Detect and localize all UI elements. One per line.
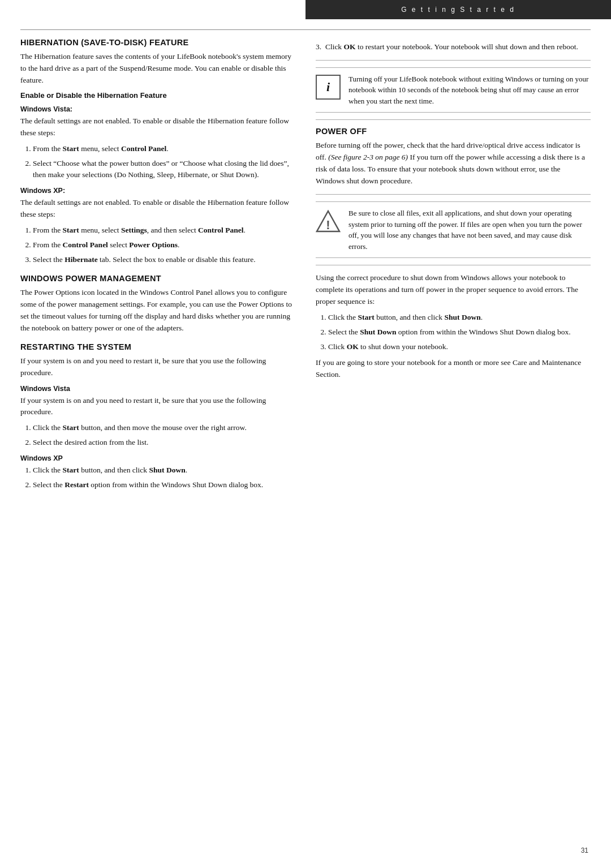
note-box: i Turning off your LifeBook notebook wit… bbox=[316, 67, 591, 113]
enable-disable-heading: Enable or Disable the Hibernation Featur… bbox=[20, 91, 295, 100]
restarting-text: If your system is on and you need to res… bbox=[20, 355, 295, 379]
list-item: Click the Start button, and then click S… bbox=[328, 312, 591, 324]
list-item: Select the Restart option from within th… bbox=[33, 479, 295, 491]
rule-1 bbox=[316, 60, 591, 61]
info-icon-letter: i bbox=[326, 80, 330, 94]
rule-2 bbox=[316, 119, 591, 120]
right-column: 3. Click OK to restart your notebook. Yo… bbox=[316, 38, 591, 495]
windows-power-title: WINDOWS POWER MANAGEMENT bbox=[20, 274, 295, 283]
restarting-section: RESTARTING THE SYSTEM If your system is … bbox=[20, 342, 295, 491]
windows-power-text: The Power Options icon located in the Wi… bbox=[20, 287, 295, 334]
xp-label: Windows XP: bbox=[20, 187, 295, 195]
hibernation-title: HIBERNATION (SAVE-TO-DISK) FEATURE bbox=[20, 38, 295, 47]
restart-vista-label: Windows Vista bbox=[20, 385, 295, 393]
vista-intro-text: The default settings are not enabled. To… bbox=[20, 115, 295, 139]
page-number: 31 bbox=[581, 846, 588, 854]
hibernation-section: HIBERNATION (SAVE-TO-DISK) FEATURE The H… bbox=[20, 38, 295, 266]
restarting-title: RESTARTING THE SYSTEM bbox=[20, 342, 295, 351]
list-item: From the Start menu, select Control Pane… bbox=[33, 143, 295, 155]
header-title: G e t t i n g S t a r t e d bbox=[401, 6, 515, 14]
hibernation-intro: The Hibernation feature saves the conten… bbox=[20, 51, 295, 87]
list-item: From the Start menu, select Settings, an… bbox=[33, 225, 295, 237]
list-item: Click OK to shut down your notebook. bbox=[328, 341, 591, 353]
svg-text:!: ! bbox=[326, 218, 330, 232]
top-rule bbox=[20, 29, 591, 30]
warning-icon: ! bbox=[316, 209, 341, 234]
power-off-text2: Using the correct procedure to shut down… bbox=[316, 272, 591, 308]
list-item: Click the Start button, and then move th… bbox=[33, 422, 295, 434]
content-area: HIBERNATION (SAVE-TO-DISK) FEATURE The H… bbox=[0, 38, 611, 495]
page: G e t t i n g S t a r t e d HIBERNATION … bbox=[0, 0, 611, 868]
xp-steps-list: From the Start menu, select Settings, an… bbox=[33, 225, 295, 266]
vista-label: Windows Vista: bbox=[20, 105, 295, 113]
power-off-steps: Click the Start button, and then click S… bbox=[328, 312, 591, 353]
power-off-text1: Before turning off the power, check that… bbox=[316, 140, 591, 187]
list-item: Select the Shut Down option from within … bbox=[328, 326, 591, 338]
restart-xp-label: Windows XP bbox=[20, 454, 295, 462]
power-off-title: POWER OFF bbox=[316, 127, 591, 136]
restart-vista-text: If your system is on and you need to res… bbox=[20, 395, 295, 419]
power-off-closing: If you are going to store your notebook … bbox=[316, 357, 591, 381]
xp-intro-text: The default settings are not enabled. To… bbox=[20, 197, 295, 221]
restart-xp-steps: Click the Start button, and then click S… bbox=[33, 465, 295, 491]
restart-vista-steps: Click the Start button, and then move th… bbox=[33, 422, 295, 449]
list-item: Select the Hibernate tab. Select the box… bbox=[33, 254, 295, 266]
warning-box-text: Be sure to close all files, exit all app… bbox=[348, 208, 591, 252]
power-off-section: POWER OFF Before turning off the power, … bbox=[316, 127, 591, 380]
info-icon: i bbox=[316, 75, 341, 100]
list-item: From the Control Panel select Power Opti… bbox=[33, 239, 295, 251]
list-item: Select “Choose what the power button doe… bbox=[33, 158, 295, 182]
vista-steps-list: From the Start menu, select Control Pane… bbox=[33, 143, 295, 182]
restart-step3: 3. Click OK to restart your notebook. Yo… bbox=[316, 41, 591, 53]
list-item: Select the desired action from the list. bbox=[33, 437, 295, 449]
rule-3 bbox=[316, 194, 591, 195]
windows-power-section: WINDOWS POWER MANAGEMENT The Power Optio… bbox=[20, 274, 295, 334]
note-box-text: Turning off your LifeBook notebook witho… bbox=[348, 74, 591, 107]
list-item: Click the Start button, and then click S… bbox=[33, 465, 295, 476]
left-column: HIBERNATION (SAVE-TO-DISK) FEATURE The H… bbox=[20, 38, 295, 495]
rule-4 bbox=[316, 265, 591, 265]
warning-box: ! Be sure to close all files, exit all a… bbox=[316, 201, 591, 258]
